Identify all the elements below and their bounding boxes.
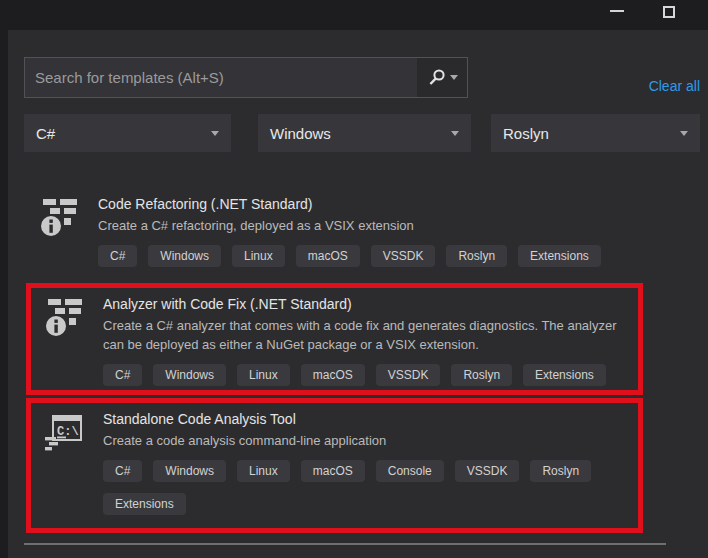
bottom-divider — [24, 543, 666, 545]
search-button[interactable] — [417, 58, 467, 97]
search-box — [24, 57, 468, 98]
template-tags: C# Windows Linux macOS VSSDK Roslyn Exte… — [103, 364, 628, 386]
tag[interactable]: VSSDK — [376, 364, 441, 386]
tag[interactable]: Roslyn — [446, 245, 507, 267]
tag[interactable]: Linux — [232, 245, 285, 267]
tag[interactable]: Console — [376, 460, 444, 482]
template-tags: C# Windows Linux macOS Console VSSDK Ros… — [103, 460, 628, 515]
project-type-filter-dropdown[interactable]: Roslyn — [491, 114, 700, 152]
tag[interactable]: VSSDK — [371, 245, 436, 267]
tag[interactable]: C# — [103, 364, 142, 386]
tag[interactable]: Windows — [153, 460, 226, 482]
template-description: Create a code analysis command-line appl… — [103, 432, 628, 451]
tag[interactable]: Windows — [153, 364, 226, 386]
platform-filter-value: Windows — [270, 125, 331, 142]
search-icon — [427, 68, 446, 87]
template-search-panel: Clear all C# Windows Roslyn — [8, 30, 708, 558]
search-dropdown-caret-icon — [450, 75, 458, 80]
tag[interactable]: Extensions — [103, 493, 186, 515]
tag[interactable]: Extensions — [523, 364, 606, 386]
language-filter-dropdown[interactable]: C# — [24, 114, 231, 152]
console-window-icon: C:\ — [43, 409, 87, 522]
tag[interactable]: Linux — [237, 460, 290, 482]
minimize-button[interactable] — [598, 0, 636, 28]
new-project-dialog: Clear all C# Windows Roslyn — [0, 0, 708, 558]
template-item-analyzer-with-code-fix[interactable]: Analyzer with Code Fix (.NET Standard) C… — [26, 283, 643, 395]
code-lines-info-icon — [38, 194, 82, 267]
tag[interactable]: Roslyn — [451, 364, 512, 386]
tag[interactable]: Roslyn — [530, 460, 591, 482]
template-item-code-refactoring[interactable]: Code Refactoring (.NET Standard) Create … — [18, 188, 692, 273]
minimize-icon — [610, 10, 624, 12]
titlebar — [0, 0, 708, 30]
maximize-button[interactable] — [650, 0, 688, 28]
template-tags: C# Windows Linux macOS VSSDK Roslyn Exte… — [98, 245, 682, 267]
tag[interactable]: macOS — [296, 245, 360, 267]
template-title: Analyzer with Code Fix (.NET Standard) — [103, 296, 628, 312]
search-input[interactable] — [25, 58, 417, 97]
platform-filter-dropdown[interactable]: Windows — [258, 114, 471, 152]
chevron-down-icon — [211, 131, 219, 136]
template-description: Create a C# refactoring, deployed as a V… — [98, 217, 643, 236]
tag[interactable]: Windows — [148, 245, 221, 267]
maximize-icon — [663, 6, 675, 18]
chevron-down-icon — [451, 131, 459, 136]
clear-all-link[interactable]: Clear all — [649, 78, 700, 94]
template-title: Code Refactoring (.NET Standard) — [98, 196, 682, 212]
tag[interactable]: C# — [98, 245, 137, 267]
template-item-standalone-code-analysis[interactable]: C:\ Standalone Code Analysis Tool Create… — [26, 398, 643, 533]
project-type-filter-value: Roslyn — [503, 125, 549, 142]
tag[interactable]: C# — [103, 460, 142, 482]
tag[interactable]: macOS — [301, 364, 365, 386]
tag[interactable]: Linux — [237, 364, 290, 386]
template-description: Create a C# analyzer that comes with a c… — [103, 317, 628, 355]
tag[interactable]: VSSDK — [455, 460, 520, 482]
language-filter-value: C# — [36, 125, 55, 142]
code-lines-info-icon — [43, 294, 87, 384]
tag[interactable]: Extensions — [518, 245, 601, 267]
template-title: Standalone Code Analysis Tool — [103, 411, 628, 427]
tag[interactable]: macOS — [301, 460, 365, 482]
chevron-down-icon — [680, 131, 688, 136]
